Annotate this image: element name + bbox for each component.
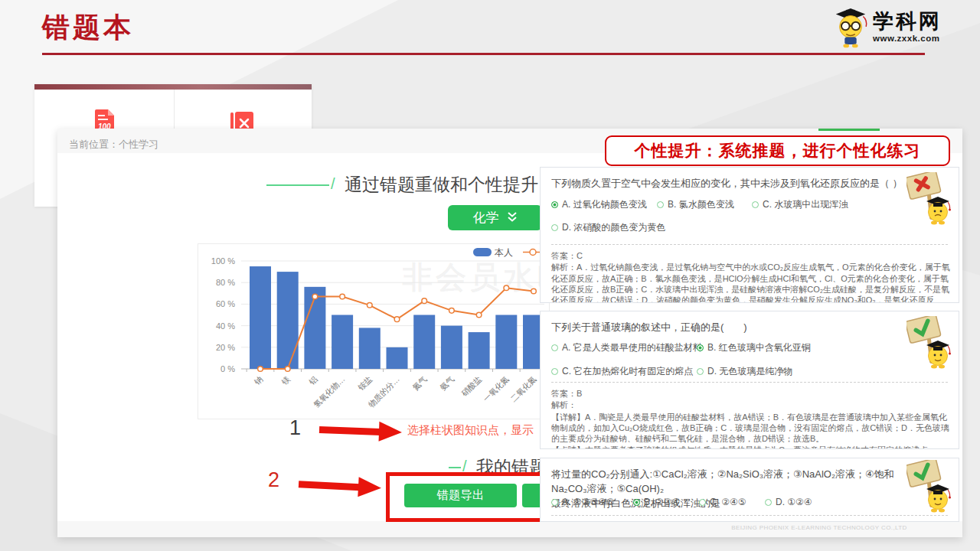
option-radio[interactable]	[699, 499, 706, 506]
step1-arrow-icon	[319, 419, 403, 442]
step2-number: 2	[268, 468, 279, 492]
legend-label: 本人	[494, 247, 513, 258]
subject-label: 化学	[473, 209, 499, 227]
option-radio[interactable]	[551, 368, 558, 375]
step2-arrow-icon	[298, 474, 381, 498]
option-radio[interactable]	[697, 368, 704, 375]
answer-option[interactable]: D. 无色玻璃是纯净物	[697, 365, 915, 378]
option-label: B. 红色玻璃中含氧化亚铜	[707, 341, 811, 354]
option-radio[interactable]	[752, 201, 759, 208]
subject-dropdown-button[interactable]: 化学	[448, 205, 542, 230]
wrong-mascot-icon	[906, 172, 952, 229]
answer-option[interactable]: C. 它在加热熔化时有固定的熔点	[551, 365, 697, 378]
answer-analysis: 答案：B解析：【详解】A．陶瓷是人类最早使用的硅酸盐材料，故A错误；B．有色玻璃…	[551, 388, 951, 449]
answer-option[interactable]: B. 红色玻璃中含氧化亚铜	[697, 341, 915, 354]
nonmember-watermark: 非会员水印	[402, 260, 549, 294]
chevron-double-down-icon	[507, 210, 518, 226]
answer-option[interactable]: C. ②④⑤	[699, 497, 765, 507]
option-radio[interactable]	[765, 499, 772, 506]
section-decor-line	[266, 184, 329, 186]
page: 错题本 学科网 www.zxxk.com	[0, 0, 980, 551]
logo-mascot-icon	[831, 4, 870, 51]
answer-option[interactable]: B. ②③④	[633, 497, 699, 507]
dashed-separator	[551, 515, 948, 516]
answer-option[interactable]: A. ①②③④⑤	[551, 497, 633, 507]
option-label: B. 氯水颜色变浅	[668, 198, 734, 211]
svg-text:钠: 钠	[253, 374, 265, 386]
logo-name: 学科网	[873, 11, 942, 32]
export-button-label: 错题导出	[437, 487, 485, 504]
option-label: B. ②③④	[644, 497, 680, 507]
bar-钠[interactable]	[250, 266, 271, 369]
options-group: A. 它是人类最早使用的硅酸盐材料B. 红色玻璃中含氧化亚铜C. 它在加热熔化时…	[551, 341, 915, 378]
option-label: A. 过氧化钠颜色变浅	[562, 198, 647, 211]
svg-text:硝酸盐: 硝酸盐	[459, 374, 484, 399]
dashed-separator	[551, 244, 948, 245]
svg-text:二氧化氮: 二氧化氮	[508, 374, 537, 403]
question-card-2: 下列关于普通玻璃的叙述中，正确的是( )A. 它是人类最早使用的硅酸盐材料B. …	[540, 311, 959, 449]
correct-mascot-icon	[906, 316, 952, 373]
bar-氢氧化物…[interactable]	[332, 315, 353, 370]
section-decor-slash: /	[331, 175, 335, 193]
bar-铵盐[interactable]	[359, 328, 381, 369]
breadcrumb: 当前位置：个性学习	[69, 138, 158, 152]
step1-note: 选择柱状图知识点，显示	[407, 423, 534, 438]
bar-镁[interactable]	[277, 272, 299, 369]
knowledge-point-chart: 非会员水印0 %20 %40 %60 %80 %100 %钠镁铝氢氧化物…铵盐物…	[198, 243, 550, 419]
bar-硝酸盐[interactable]	[469, 332, 490, 369]
active-tab-indicator	[818, 129, 880, 131]
svg-text:60 %: 60 %	[216, 299, 235, 308]
option-radio[interactable]	[551, 499, 558, 506]
answer-option[interactable]: D. ①②④	[765, 497, 915, 507]
svg-text:铵盐: 铵盐	[356, 374, 374, 393]
svg-text:80 %: 80 %	[216, 278, 235, 287]
answer-option[interactable]: A. 过氧化钠颜色变浅	[551, 198, 657, 211]
callout-box: 个性提升：系统推题，进行个性化练习	[605, 135, 950, 166]
bar-氮气[interactable]	[413, 315, 435, 370]
bar-物质的分…[interactable]	[387, 347, 408, 369]
question-card-1: 下列物质久置于空气中会发生相应的变化，其中未涉及到氧化还原反应的是（ ）A. 过…	[540, 167, 959, 303]
options-group: A. ①②③④⑤B. ②③④C. ②④⑤D. ①②④	[551, 497, 915, 507]
option-label: D. ①②④	[776, 497, 812, 507]
svg-text:0 %: 0 %	[220, 364, 235, 373]
svg-text:一氧化氮: 一氧化氮	[482, 374, 511, 403]
title-underline	[42, 53, 925, 55]
footer-watermark: BEIJING PHOENIX E-LEARNING TECHNOLOGY CO…	[704, 524, 934, 531]
svg-text:40 %: 40 %	[216, 321, 235, 331]
logo-url: www.zxxk.com	[873, 34, 942, 44]
svg-text:氮气: 氮气	[410, 374, 429, 393]
option-radio[interactable]	[551, 201, 558, 208]
correct-mascot-icon	[906, 460, 952, 517]
svg-text:100 %: 100 %	[211, 256, 235, 266]
svg-text:镁: 镁	[279, 374, 292, 386]
answer-option[interactable]: B. 氯水颜色变浅	[657, 198, 752, 211]
svg-text:氨气: 氨气	[438, 374, 456, 392]
option-label: C. 它在加热熔化时有固定的熔点	[562, 365, 693, 378]
bar-一氧化氮[interactable]	[495, 315, 517, 370]
option-radio[interactable]	[633, 499, 640, 506]
export-mistakes-button[interactable]: 错题导出	[404, 484, 517, 507]
question-stem: 下列物质久置于空气中会发生相应的变化，其中未涉及到氧化还原反应的是（ ）	[551, 177, 905, 191]
options-group: A. 过氧化钠颜色变浅B. 氯水颜色变浅C. 水玻璃中出现浑浊D. 浓硝酸的颜色…	[551, 198, 915, 234]
step1-number: 1	[289, 416, 301, 440]
section-title: 通过错题重做和个性提升	[345, 173, 538, 197]
answer-analysis: 答案：C解析：A．过氧化钠颜色变浅，是过氧化钠与空气中的水或CO₂反应生成氧气，…	[551, 250, 951, 303]
question-stem: 下列关于普通玻璃的叙述中，正确的是( )	[551, 321, 905, 335]
answer-option[interactable]: D. 浓硝酸的颜色变为黄色	[551, 221, 657, 234]
option-radio[interactable]	[657, 201, 664, 208]
bar-氨气[interactable]	[441, 326, 462, 369]
dashed-separator	[551, 382, 948, 383]
bar-line-chart: 非会员水印0 %20 %40 %60 %80 %100 %钠镁铝氢氧化物…铵盐物…	[198, 244, 549, 419]
option-label: C. ②④⑤	[710, 497, 746, 507]
answer-option[interactable]: A. 它是人类最早使用的硅酸盐材料	[551, 341, 697, 354]
option-radio[interactable]	[551, 224, 558, 231]
option-label: C. 水玻璃中出现浑浊	[763, 198, 848, 211]
svg-text:20 %: 20 %	[216, 343, 235, 352]
option-radio[interactable]	[551, 344, 558, 351]
svg-text:铝: 铝	[306, 374, 319, 387]
answer-option[interactable]: C. 水玻璃中出现浑浊	[752, 198, 915, 211]
option-label: A. ①②③④⑤	[562, 497, 614, 507]
option-radio[interactable]	[697, 344, 704, 351]
option-label: D. 浓硝酸的颜色变为黄色	[562, 221, 665, 234]
zxxk-logo: 学科网 www.zxxk.com	[831, 4, 942, 51]
